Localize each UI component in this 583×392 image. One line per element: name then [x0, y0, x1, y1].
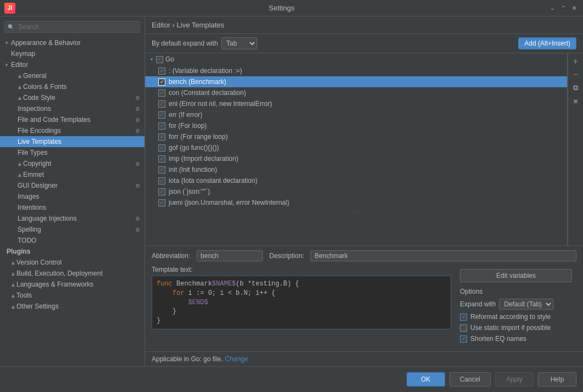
sidebar-item-keymap[interactable]: Keymap — [0, 48, 145, 59]
sidebar-label-appearance: Appearance & Behavior — [11, 39, 81, 47]
template-item-json[interactable]: ✓ json (`json:""`) — [145, 186, 567, 197]
sidebar-item-file-types[interactable]: File Types — [0, 147, 145, 158]
sidebar-item-tools[interactable]: ▶ Tools — [0, 290, 145, 301]
window-close-button[interactable]: ✕ — [570, 4, 579, 13]
reformat-checkbox[interactable]: ✓ — [460, 313, 467, 321]
description-input[interactable] — [310, 250, 576, 261]
template-item-iota[interactable]: ✓ iota (Iota constant declaration) — [145, 175, 567, 186]
shorten-eq-checkbox[interactable]: ✓ — [460, 335, 467, 343]
window-maximize-button[interactable]: ⌃ — [559, 4, 568, 13]
item-con: con (Constant declaration) — [169, 89, 246, 97]
ok-button[interactable]: OK — [407, 372, 445, 387]
checkbox-init[interactable]: ✓ — [158, 166, 165, 173]
sidebar-item-copyright[interactable]: ▶ Copyright ⚙ — [0, 158, 145, 169]
options-panel: Edit variables Options Expand with Defau… — [456, 265, 576, 347]
checkbox-json[interactable]: ✓ — [158, 188, 165, 195]
checkbox-for[interactable]: ✓ — [158, 122, 165, 130]
sidebar-item-general[interactable]: ▶ General — [0, 70, 145, 81]
checkbox-iota[interactable]: ✓ — [158, 177, 165, 184]
abbreviation-label: Abbreviation: — [152, 252, 190, 260]
search-icon: 🔍 — [8, 24, 14, 30]
change-link[interactable]: Change — [225, 355, 248, 363]
sidebar-item-languages[interactable]: ▶ Languages & Frameworks — [0, 279, 145, 290]
template-item-bench[interactable]: ✓ bench (Benchmark) — [145, 76, 567, 87]
help-button[interactable]: Help — [538, 372, 576, 387]
checkbox-jueni[interactable]: ✓ — [158, 199, 165, 206]
reformat-row: ✓ Reformat according to style — [460, 313, 572, 321]
template-item-imp[interactable]: ✓ imp (Import declaration) — [145, 153, 567, 164]
inspections-icon: ⚙ — [135, 106, 140, 112]
checkbox-err[interactable]: ✓ — [158, 111, 165, 119]
sidebar-item-todo[interactable]: TODO — [0, 235, 145, 246]
add-template-button[interactable]: + — [570, 55, 582, 68]
guid-icon: ⚙ — [135, 183, 140, 189]
sidebar-item-live-templates[interactable]: Live Templates — [0, 136, 145, 147]
item-jueni: jueni (json.Unmarshal, error NewInternal… — [169, 199, 289, 206]
sidebar-label-build: Build, Execution, Deployment — [16, 270, 103, 277]
sidebar-item-file-code-templates[interactable]: File and Code Templates ⚙ — [0, 114, 145, 125]
checkbox-con[interactable]: ✓ — [158, 89, 165, 97]
expand-select[interactable]: Tab Enter Space — [221, 37, 257, 49]
sidebar-label-spelling: Spelling — [18, 226, 41, 233]
template-item-err[interactable]: ✓ err (If error) — [145, 109, 567, 120]
triangle-go: ▼ — [149, 57, 154, 62]
sidebar-item-spelling[interactable]: Spelling ⚙ — [0, 224, 145, 235]
checkbox-bench[interactable]: ✓ — [158, 79, 165, 86]
sidebar-item-language-injections[interactable]: Language Injections ⚙ — [0, 213, 145, 224]
sidebar-label-keymap: Keymap — [11, 50, 35, 58]
sidebar-item-appearance[interactable]: ▼ Appearance & Behavior — [0, 37, 145, 48]
sidebar-item-build[interactable]: ▶ Build, Execution, Deployment — [0, 268, 145, 279]
more-template-button[interactable]: ≡ — [570, 95, 582, 107]
sidebar-item-gui-designer[interactable]: GUI Designer ⚙ — [0, 180, 145, 191]
abbreviation-input[interactable] — [197, 250, 263, 261]
item-for: for (For loop) — [169, 122, 207, 130]
remove-template-button[interactable]: − — [570, 69, 582, 81]
sidebar-item-emmet[interactable]: ▶ Emmet — [0, 169, 145, 180]
template-group-go[interactable]: ▼ ✓ Go — [145, 53, 567, 65]
item-init: init (Init function) — [169, 166, 217, 173]
template-item-init[interactable]: ✓ init (Init function) — [145, 164, 567, 175]
sidebar-item-inspections[interactable]: Inspections ⚙ — [0, 103, 145, 114]
add-button[interactable]: Add (Alt+Insert) — [518, 37, 576, 49]
sidebar-item-editor[interactable]: ▼ Editor — [0, 59, 145, 70]
item-iota: iota (Iota constant declaration) — [169, 177, 257, 184]
sidebar-item-intentions[interactable]: Intentions — [0, 202, 145, 213]
template-item-eni[interactable]: ✓ eni (Error not nil, new InternalError) — [145, 98, 567, 109]
sidebar-item-colors[interactable]: ▶ Colors & Fonts — [0, 81, 145, 92]
expand-with-select[interactable]: Default (Tab) Tab Enter Space — [499, 299, 553, 310]
template-item-con[interactable]: ✓ con (Constant declaration) — [145, 87, 567, 98]
window-minimize-button[interactable]: ⌄ — [548, 4, 557, 13]
sidebar-item-plugins[interactable]: Plugins — [0, 246, 145, 257]
template-item-colon[interactable]: ✓ : (Variable declaration :=) — [145, 65, 567, 76]
checkbox-gof[interactable]: ✓ — [158, 144, 165, 152]
search-box[interactable]: 🔍 — [4, 21, 140, 33]
search-input[interactable] — [4, 21, 140, 33]
template-item-for[interactable]: ✓ for (For loop) — [145, 120, 567, 131]
copy-template-button[interactable]: ⧉ — [570, 82, 582, 94]
sidebar-item-version-control[interactable]: ▶ Version Control — [0, 257, 145, 268]
cancel-button[interactable]: Cancel — [449, 372, 491, 387]
abbr-desc-row: Abbreviation: Description: — [152, 250, 576, 261]
apply-button[interactable]: Apply — [495, 372, 534, 387]
go-group-checkbox[interactable]: ✓ — [156, 56, 163, 63]
edit-variables-button[interactable]: Edit variables — [460, 269, 572, 282]
template-item-forr[interactable]: ✓ forr (For range loop) — [145, 131, 567, 142]
template-item-jueni[interactable]: ✓ jueni (json.Unmarshal, error NewIntern… — [145, 197, 567, 208]
sidebar-label-languages: Languages & Frameworks — [16, 281, 93, 288]
template-item-gof[interactable]: ✓ gof (go func(){}()) — [145, 142, 567, 153]
sidebar-item-images[interactable]: Images — [0, 191, 145, 202]
sidebar-item-other-settings[interactable]: ▶ Other Settings — [0, 301, 145, 312]
template-code-editor[interactable]: func Benchmark$NAME$(b *testing.B) { for… — [152, 276, 451, 329]
sidebar-label-colors: Colors & Fonts — [23, 83, 66, 91]
sidebar-label-live-templates: Live Templates — [18, 138, 62, 145]
breadcrumb: Editor › Live Templates — [152, 21, 224, 29]
sidebar-item-codestyle[interactable]: ▶ Code Style ⚙ — [0, 92, 145, 103]
sidebar-item-file-encodings[interactable]: File Encodings ⚙ — [0, 125, 145, 136]
checkbox-imp[interactable]: ✓ — [158, 155, 165, 163]
checkbox-colon[interactable]: ✓ — [158, 68, 165, 75]
triangle-icon-vc: ▶ — [10, 261, 15, 264]
more-row: · · · — [145, 208, 567, 216]
checkbox-forr[interactable]: ✓ — [158, 133, 165, 141]
static-import-checkbox[interactable] — [460, 324, 467, 332]
checkbox-eni[interactable]: ✓ — [158, 100, 165, 108]
